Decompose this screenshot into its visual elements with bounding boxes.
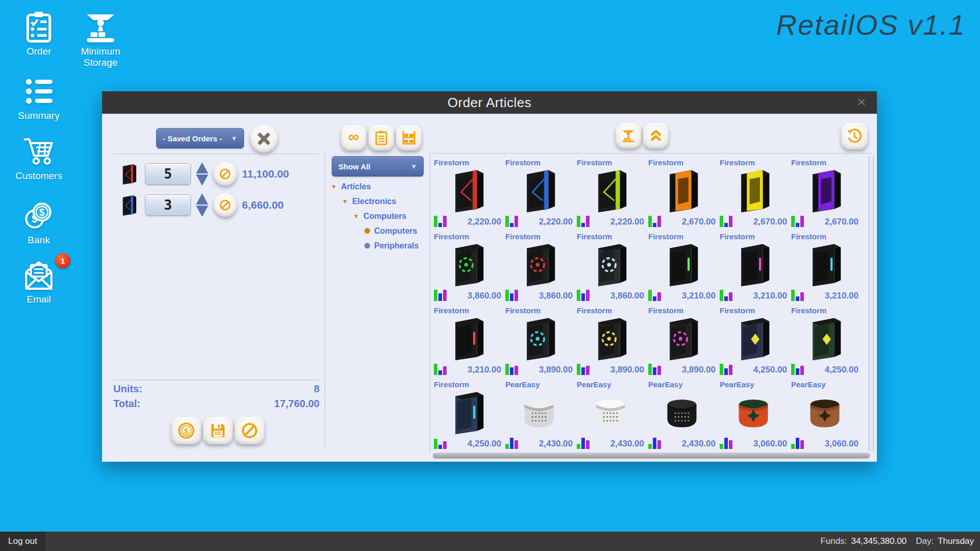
clear-saved-order-button[interactable] xyxy=(250,125,278,153)
remove-line-button[interactable] xyxy=(213,193,237,217)
product-tile[interactable]: Firestorm 3,890.00 xyxy=(505,306,573,378)
sort-ascending-button[interactable] xyxy=(643,123,669,148)
sidebar-item-label: Email xyxy=(13,294,64,305)
tree-expand-icon[interactable]: ▼ xyxy=(342,198,348,205)
stock-bars-icon xyxy=(434,215,447,227)
sidebar-item-bank[interactable]: $$ Bank xyxy=(14,199,63,246)
category-tree: ▼Articles▼Electronics▼ComputersComputers… xyxy=(331,179,430,253)
product-tile[interactable]: Firestorm 2,670.00 xyxy=(791,158,859,230)
tree-item-label: Articles xyxy=(341,182,371,191)
product-tile[interactable]: Firestorm 2,670.00 xyxy=(648,158,716,230)
product-tile[interactable]: Firestorm 4,250.00 xyxy=(791,306,859,378)
quantity-down-icon[interactable] xyxy=(196,174,208,186)
stock-bars-icon xyxy=(434,289,447,301)
product-tile[interactable]: Firestorm 3,210.00 xyxy=(720,232,787,304)
order-history-button[interactable] xyxy=(841,123,868,149)
stock-bars-icon xyxy=(577,215,590,227)
tree-item-peripherals[interactable]: Peripherals xyxy=(331,238,430,253)
product-tile[interactable]: PearEasy 3,060.00 xyxy=(791,380,859,452)
sidebar-item-customers[interactable]: Customers xyxy=(8,135,69,182)
tree-item-computers[interactable]: Computers xyxy=(331,223,430,238)
coin-icon: $ xyxy=(177,421,195,440)
tree-expand-icon[interactable]: ▼ xyxy=(353,213,359,220)
infinity-icon: ∞ xyxy=(348,129,359,144)
stock-bars-icon xyxy=(648,289,661,301)
product-tile[interactable]: Firestorm 3,210.00 xyxy=(648,232,716,304)
product-tile[interactable]: Firestorm 3,860.00 xyxy=(577,232,644,304)
product-name: Firestorm xyxy=(505,158,573,167)
product-tile[interactable]: Firestorm 4,250.00 xyxy=(434,380,501,452)
horizontal-scrollbar[interactable] xyxy=(433,453,870,458)
minimum-storage-fill-button[interactable] xyxy=(616,123,641,148)
stock-bars-icon xyxy=(648,437,661,449)
logout-button[interactable]: Log out xyxy=(0,532,45,551)
product-tile[interactable]: Firestorm 3,860.00 xyxy=(434,232,501,304)
product-tile[interactable]: PearEasy 2,430.00 xyxy=(577,380,644,452)
product-image xyxy=(796,315,853,362)
history-clock-icon xyxy=(846,128,863,144)
product-tile[interactable]: Firestorm 3,210.00 xyxy=(791,232,859,304)
day-value: Thursday xyxy=(938,536,974,546)
quantity-input[interactable]: 5 xyxy=(145,163,191,185)
tree-expand-icon[interactable]: ▼ xyxy=(331,183,337,190)
product-name: Firestorm xyxy=(720,158,787,167)
stock-bars-icon xyxy=(434,363,447,375)
cancel-order-button[interactable] xyxy=(235,417,264,444)
sidebar-item-summary[interactable]: Summary xyxy=(12,74,65,121)
product-name: Firestorm xyxy=(791,158,859,167)
pay-order-button[interactable]: $ xyxy=(172,417,201,444)
sidebar-item-order[interactable]: Order xyxy=(14,10,63,57)
divider xyxy=(113,154,320,154)
product-tile[interactable]: Firestorm 2,220.00 xyxy=(505,158,573,230)
sidebar-item-email[interactable]: 1 Email xyxy=(13,258,64,305)
quantity-input[interactable]: 3 xyxy=(145,194,191,216)
product-tile[interactable]: PearEasy 3,060.00 xyxy=(720,380,787,452)
warehouse-shelf-button[interactable] xyxy=(396,125,422,151)
product-name: Firestorm xyxy=(648,232,716,241)
product-price: 3,890.00 xyxy=(610,365,644,375)
product-tile[interactable]: PearEasy 2,430.00 xyxy=(648,380,716,452)
product-tile[interactable]: Firestorm 2,220.00 xyxy=(577,158,644,230)
order-articles-window: Order Articles ✕ - Saved Orders - ▼ 511,… xyxy=(102,91,877,462)
chevron-down-icon: ▼ xyxy=(410,163,417,170)
status-bar: Log out Funds: 34,345,380.00 Day: Thursd… xyxy=(0,532,980,551)
stock-bars-icon xyxy=(791,215,804,227)
cancel-icon xyxy=(219,168,231,180)
order-item-thumbnail xyxy=(117,159,140,189)
vertical-scrollbar[interactable] xyxy=(869,156,874,451)
close-icon[interactable]: ✕ xyxy=(854,95,869,110)
category-filter-dropdown[interactable]: Show All ▼ xyxy=(332,156,424,177)
quantity-up-icon[interactable] xyxy=(196,162,208,173)
product-tile[interactable]: Firestorm 3,210.00 xyxy=(434,306,501,378)
save-order-button[interactable] xyxy=(203,417,233,444)
tree-item-electronics[interactable]: ▼Electronics xyxy=(331,194,430,209)
stock-bars-icon xyxy=(720,437,732,449)
sidebar-item-minimum-storage[interactable]: Minimum Storage xyxy=(72,10,129,69)
product-grid: Firestorm 2,220.00Firestorm 2,220.00Fire… xyxy=(434,158,868,452)
product-tile[interactable]: Firestorm 3,890.00 xyxy=(648,306,716,378)
product-tile[interactable]: Firestorm 3,890.00 xyxy=(577,306,644,378)
quantity-down-icon[interactable] xyxy=(196,206,208,217)
tree-leaf-icon xyxy=(364,243,370,248)
product-price: 2,430.00 xyxy=(682,439,716,449)
chevron-down-icon: ▼ xyxy=(231,135,237,142)
product-image xyxy=(510,167,568,214)
remove-line-button[interactable] xyxy=(213,162,237,186)
saved-orders-value: - Saved Orders - xyxy=(163,134,222,143)
product-tile[interactable]: PearEasy 2,430.00 xyxy=(505,380,573,452)
quantity-up-icon[interactable] xyxy=(196,193,208,205)
product-tile[interactable]: Firestorm 3,860.00 xyxy=(505,232,573,304)
stock-bars-icon xyxy=(791,363,804,375)
tree-item-articles[interactable]: ▼Articles xyxy=(331,179,430,194)
order-list-button[interactable] xyxy=(369,125,394,151)
show-all-stock-button[interactable]: ∞ xyxy=(341,125,366,151)
product-tile[interactable]: Firestorm 4,250.00 xyxy=(720,306,787,378)
saved-orders-dropdown[interactable]: - Saved Orders - ▼ xyxy=(156,128,244,148)
product-tile[interactable]: Firestorm 2,220.00 xyxy=(434,158,501,230)
status-info: Funds: 34,345,380.00 Day: Thursday xyxy=(820,536,980,546)
divider xyxy=(430,153,430,454)
total-label: Total: xyxy=(113,398,140,410)
product-image xyxy=(510,389,568,436)
tree-item-computers[interactable]: ▼Computers xyxy=(331,209,430,223)
product-tile[interactable]: Firestorm 2,670.00 xyxy=(720,158,787,230)
